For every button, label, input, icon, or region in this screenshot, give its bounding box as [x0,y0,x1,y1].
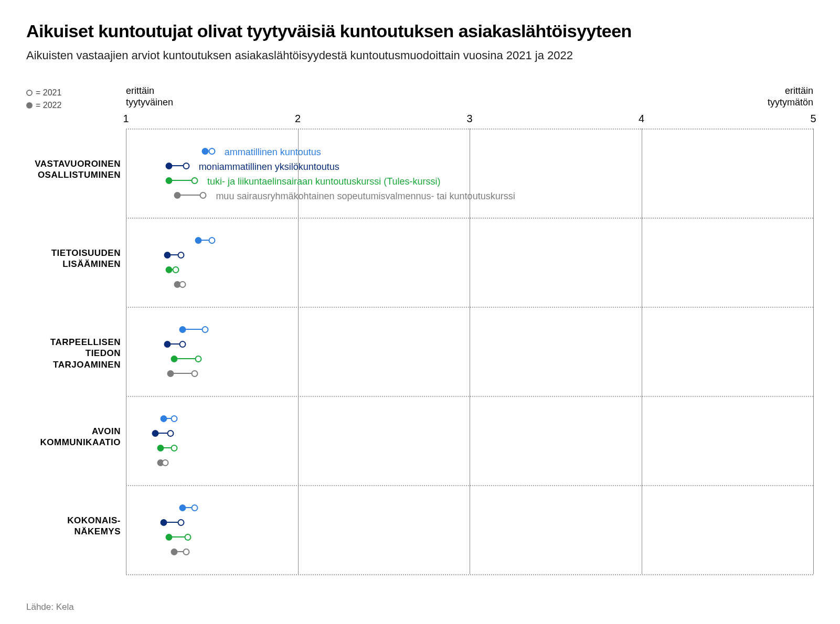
data-point-2022 [157,445,164,451]
data-point-2021 [179,341,186,348]
data-point-2021 [167,430,174,437]
series-row [126,338,813,350]
data-point-2022 [171,356,177,362]
category-label: TARPEELLISENTIEDONTARJOAMINEN [21,337,121,370]
series-row [126,367,813,380]
data-point-2021 [200,192,207,199]
data-point-2021 [177,519,184,526]
x-tick: 1 [123,113,129,125]
data-point-2021 [208,148,215,155]
data-point-2021 [183,548,189,555]
category-group: AVOINKOMMUNIKAATIO [126,396,813,485]
data-point-2022 [179,504,186,511]
category-group: TIETOISUUDENLISÄÄMINEN [126,218,813,307]
x-tick: 4 [639,113,644,125]
chart-source: Lähde: Kela [26,602,74,612]
series-row [126,278,813,291]
series-row [126,501,813,514]
category-group: VASTAVUOROINENOSALLISTUMINENammatillinen… [126,128,813,218]
data-point-2021 [195,356,201,362]
category-group: KOKONAIS-NÄKEMYS [126,485,813,574]
data-point-2021 [179,281,186,288]
data-point-2022 [165,534,172,541]
category-label: VASTAVUOROINENOSALLISTUMINEN [21,158,121,181]
open-circle-icon [26,90,33,96]
data-point-2021 [171,445,177,451]
category-label: TIETOISUUDENLISÄÄMINEN [21,248,121,270]
category-label: KOKONAIS-NÄKEMYS [21,515,121,537]
axis-label-right: erittäin tyytymätön [768,85,813,108]
data-point-2022 [165,163,172,169]
data-point-2022 [161,415,167,422]
series-row [126,456,813,469]
data-point-2021 [192,177,198,184]
series-row [126,352,813,365]
series-row [126,323,813,336]
data-point-2021 [208,237,215,244]
data-point-2022 [165,266,172,273]
data-point-2022 [161,519,167,526]
data-point-2022 [152,430,158,437]
year-legend: = 2021 = 2022 [26,87,61,112]
data-point-2021 [162,459,169,466]
series-legend-label: moniammatillinen yksilökuntoutus [199,160,339,173]
series-legend-label: muu sairausryhmäkohtainen sopeutumisvalm… [216,190,515,202]
series-row: tuki- ja liikuntaelinsairaan kuntoutusku… [126,174,813,187]
chart-area: = 2021 = 2022 erittäin tyytyväinen eritt… [26,81,813,585]
data-point-2021 [201,326,208,333]
series-row [126,412,813,425]
axis-label-left: erittäin tyytyväinen [126,85,173,108]
series-legend-label: ammatillinen kuntoutus [225,146,321,158]
data-point-2021 [192,370,198,377]
series-row [126,249,813,261]
series-row: ammatillinen kuntoutus [126,145,813,157]
legend-2021: = 2021 [36,87,61,99]
data-point-2021 [177,252,184,259]
series-row [126,531,813,543]
closed-circle-icon [26,102,33,109]
series-row [126,516,813,529]
data-point-2021 [183,163,189,169]
series-row [126,545,813,558]
x-tick: 2 [295,113,301,125]
data-point-2022 [164,341,171,348]
category-group: TARPEELLISENTIEDONTARJOAMINEN [126,307,813,396]
data-point-2022 [179,326,186,333]
data-point-2022 [171,548,177,555]
x-tick: 3 [466,113,472,125]
x-tick: 5 [810,113,816,125]
data-point-2021 [192,504,198,511]
series-legend-label: tuki- ja liikuntaelinsairaan kuntoutusku… [207,175,441,188]
data-point-2022 [201,148,208,155]
series-row: moniammatillinen yksilökuntoutus [126,159,813,172]
chart-title: Aikuiset kuntoutujat olivat tyytyväisiä … [26,21,814,41]
series-row: muu sairausryhmäkohtainen sopeutumisvalm… [126,189,813,201]
data-point-2022 [195,237,201,244]
data-point-2022 [165,177,172,184]
data-point-2022 [167,370,174,377]
data-point-2021 [172,266,179,273]
data-point-2021 [171,415,177,422]
series-row [126,442,813,454]
chart-subtitle: Aikuisten vastaajien arviot kuntoutuksen… [26,49,814,62]
series-row [126,427,813,439]
plot-grid: VASTAVUOROINENOSALLISTUMINENammatillinen… [126,128,813,574]
series-row [126,263,813,276]
data-point-2021 [184,534,191,541]
series-row [126,234,813,246]
data-point-2022 [164,252,171,259]
category-label: AVOINKOMMUNIKAATIO [21,426,121,448]
legend-2022: = 2022 [36,99,61,112]
x-axis-ticks: 12345 [126,113,813,128]
data-point-2022 [174,192,181,199]
